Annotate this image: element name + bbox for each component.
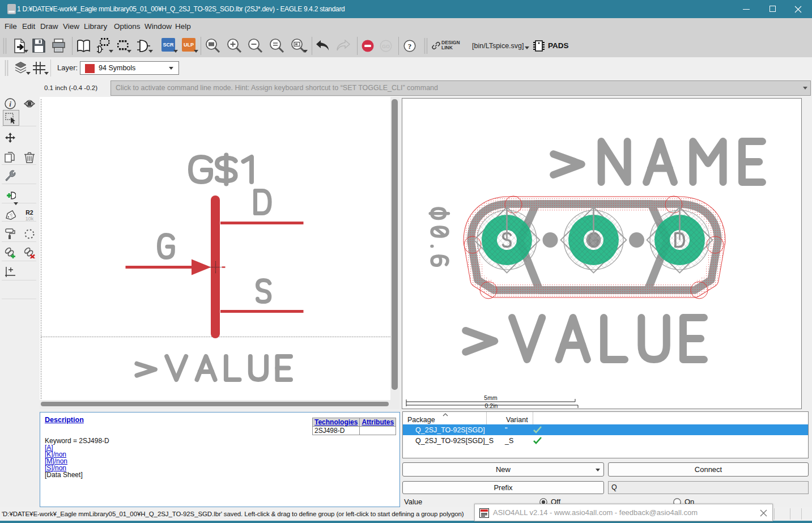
svg-text:0.2in: 0.2in: [485, 402, 498, 409]
svg-text:GO: GO: [382, 44, 390, 49]
svg-text:5mm: 5mm: [484, 394, 498, 401]
svg-text:i: i: [9, 100, 11, 108]
svg-text:?: ?: [408, 42, 412, 50]
svg-text:R2: R2: [25, 210, 33, 216]
svg-text:10k: 10k: [25, 216, 34, 221]
